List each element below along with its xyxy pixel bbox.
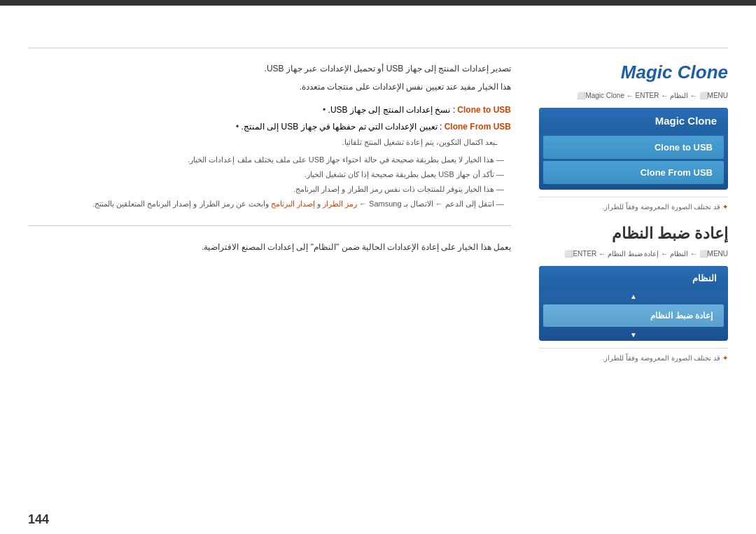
section1-intro2: هذا الخيار مفيد عند تعيين نفس الإعدادات …: [28, 80, 511, 95]
menu-path-1: MENU⬜ ← النظام ← Magic Clone ← ENTER⬜: [539, 92, 728, 99]
panel-arrow-up: ▲: [539, 290, 728, 302]
system-reset-panel: النظام ▲ إعادة ضبط النظام ▼: [539, 266, 728, 341]
clone-to-usb-label: Clone to USB: [457, 105, 511, 115]
dash4-link1: رمز الطراز: [323, 199, 357, 208]
bullet2: Clone From USB : تعيين الإعدادات التي تم…: [28, 118, 511, 135]
magic-clone-panel: Magic Clone Clone to USB Clone From USB: [539, 108, 728, 190]
dash1: — هذا الخيار لا يعمل بطريقة صحيحة في حال…: [28, 153, 511, 167]
left-column: تصدير إعدادات المنتج إلى جهاز USB أو تحم…: [28, 48, 532, 513]
system-reset-item[interactable]: إعادة ضبط النظام: [543, 304, 724, 327]
main-content: تصدير إعدادات المنتج إلى جهاز USB أو تحم…: [28, 48, 728, 513]
clone-to-usb-item[interactable]: Clone to USB: [543, 136, 724, 159]
section2-title: إعادة ضبط النظام: [539, 225, 728, 243]
sub1: ـبعد اكتمال التكوين، يتم إعادة تشغيل الم…: [28, 135, 511, 150]
top-bar: [0, 0, 756, 6]
dash2: — تأكد أن جهاز USB يعمل بطريقة صحيحة إذا…: [28, 167, 511, 182]
panel-arrow-down: ▼: [539, 329, 728, 341]
panel-header-magic-clone: Magic Clone: [539, 108, 728, 134]
clone-from-usb-item[interactable]: Clone From USB: [543, 161, 724, 184]
dash3: — هذا الخيار يتوفر للمنتجات ذات نفس رمز …: [28, 182, 511, 197]
panel-header-system: النظام: [539, 266, 728, 290]
bullet2-text: : تعيين الإعدادات التي تم حفظها في جهاز …: [241, 122, 442, 132]
bullet1: Clone to USB : نسخ إعدادات المنتج إلى جه…: [28, 101, 511, 118]
note-1: ✦ قد تختلف الصورة المعروضة وفقاً للطراز.: [539, 197, 728, 211]
section2-text: يعمل هذا الخيار على إعادة الإعدادات الحا…: [28, 240, 511, 255]
dash4-link2: إصدار البرنامج: [271, 199, 315, 208]
right-column: Magic Clone MENU⬜ ← النظام ← Magic Clone…: [532, 48, 728, 513]
clone-from-usb-label: Clone From USB: [444, 122, 511, 132]
page-number: 144: [28, 512, 49, 527]
magic-clone-title: Magic Clone: [539, 62, 728, 83]
note-2: ✦ قد تختلف الصورة المعروضة وفقاً للطراز.: [539, 348, 728, 362]
section-divider: [28, 225, 511, 226]
bullet1-text: : نسخ إعدادات المنتج إلى جهاز USB.: [328, 105, 455, 115]
menu-path-2: MENU⬜ ← النظام ← إعادة ضبط النظام ← ENTE…: [539, 250, 728, 258]
section1-intro: تصدير إعدادات المنتج إلى جهاز USB أو تحم…: [28, 62, 511, 77]
dash4: — انتقل إلى الدعم ← الاتصال بـ Samsung ←…: [28, 197, 511, 211]
